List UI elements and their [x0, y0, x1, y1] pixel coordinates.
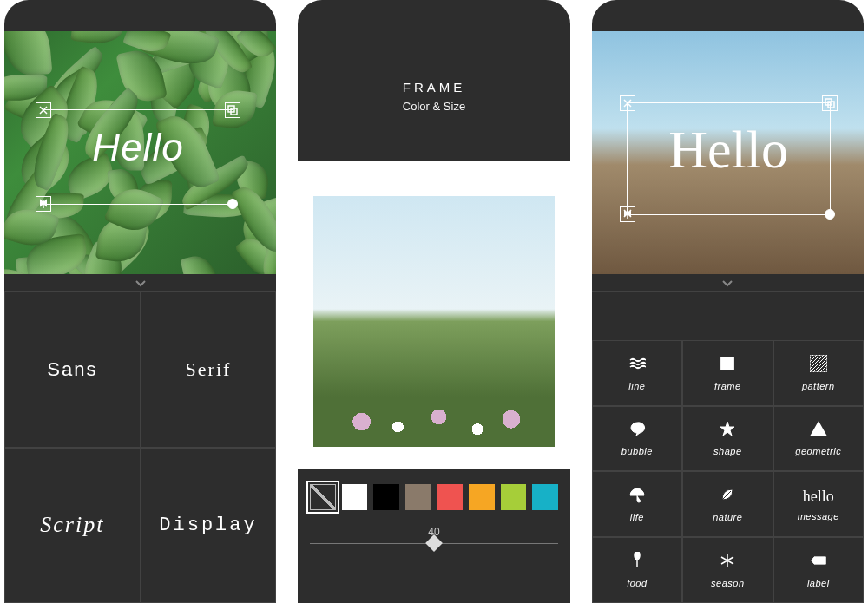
svg-rect-4 — [721, 357, 733, 370]
tool-season[interactable]: season — [682, 537, 773, 603]
font-option-sans[interactable]: Sans — [4, 292, 141, 448]
tool-label: message — [798, 511, 839, 521]
color-swatch[interactable] — [373, 484, 399, 510]
frame-controls: 40 — [298, 469, 569, 603]
pattern-icon — [810, 355, 827, 376]
tool-label: shape — [713, 446, 741, 456]
panel-subtitle: Color & Size — [403, 100, 465, 113]
image-canvas[interactable]: Hello — [4, 31, 276, 274]
triangle-icon — [810, 420, 827, 441]
tool-label: nature — [713, 512, 742, 522]
slider-track[interactable] — [310, 543, 557, 544]
font-option-script[interactable]: Script — [4, 448, 141, 604]
tool-label: label — [807, 578, 830, 588]
tool-label: food — [627, 578, 647, 588]
image-canvas[interactable] — [298, 161, 569, 469]
tool-bubble[interactable]: bubble — [592, 406, 682, 472]
snow-icon — [719, 552, 736, 573]
color-swatch[interactable] — [437, 484, 463, 510]
text-overlay[interactable]: Hello — [628, 119, 830, 180]
bubble-icon — [628, 420, 646, 441]
phone-fonts-screen: Hello Sans Serif Script Display — [4, 0, 276, 603]
waves-icon — [628, 355, 646, 376]
star-icon — [719, 420, 736, 441]
flip-icon[interactable] — [620, 206, 635, 222]
resize-icon[interactable] — [225, 102, 240, 118]
chevron-down-icon[interactable] — [592, 274, 864, 292]
tool-label[interactable]: label — [773, 537, 864, 603]
color-swatch[interactable] — [469, 484, 495, 510]
tool-food[interactable]: food — [592, 537, 682, 603]
tool-label: life — [630, 512, 644, 522]
tool-label: pattern — [802, 381, 835, 391]
tool-geometric[interactable]: geometric — [773, 406, 864, 472]
food-icon — [628, 552, 646, 573]
status-bar — [592, 0, 864, 31]
tag-icon — [810, 552, 827, 573]
rotate-handle[interactable] — [825, 209, 835, 220]
tool-line[interactable]: line — [592, 340, 682, 406]
tool-label: geometric — [795, 446, 841, 456]
status-bar — [298, 0, 569, 31]
status-bar — [4, 0, 276, 31]
chevron-down-icon[interactable] — [4, 274, 276, 292]
frame-icon — [719, 355, 736, 376]
color-swatch[interactable] — [532, 484, 558, 510]
close-icon[interactable] — [36, 102, 51, 118]
size-slider[interactable]: 40 — [310, 526, 557, 544]
tool-pattern[interactable]: pattern — [773, 340, 864, 406]
tool-message[interactable]: hellomessage — [773, 471, 864, 537]
rotate-handle[interactable] — [227, 199, 238, 209]
tool-label: season — [711, 578, 744, 588]
tool-label: bubble — [621, 446, 653, 456]
font-option-serif[interactable]: Serif — [141, 292, 277, 448]
color-swatch[interactable] — [310, 484, 336, 510]
umbrella-icon — [628, 486, 646, 507]
tool-shape[interactable]: shape — [682, 406, 773, 472]
phone-frame-screen: FRAME Color & Size 40 — [298, 0, 569, 603]
tool-grid: lineframepatternbubbleshapegeometriclife… — [592, 274, 864, 603]
text-overlay[interactable]: Hello — [43, 126, 233, 169]
text-selection-box[interactable]: Hello — [627, 102, 831, 215]
tool-label: frame — [714, 381, 741, 391]
panel-title: FRAME — [403, 80, 466, 95]
resize-icon[interactable] — [822, 95, 838, 111]
frame-panel-header: FRAME Color & Size — [298, 31, 569, 161]
leaf-icon — [719, 486, 736, 507]
color-swatch[interactable] — [342, 484, 368, 510]
message-icon: hello — [803, 488, 834, 506]
color-swatch[interactable] — [405, 484, 431, 510]
text-selection-box[interactable]: Hello — [43, 109, 233, 205]
tool-life[interactable]: life — [592, 471, 682, 537]
tool-frame[interactable]: frame — [682, 340, 773, 406]
color-swatch[interactable] — [501, 484, 527, 510]
font-option-display[interactable]: Display — [141, 448, 277, 604]
tool-nature[interactable]: nature — [682, 471, 773, 537]
flip-icon[interactable] — [36, 196, 51, 212]
close-icon[interactable] — [620, 95, 635, 111]
tool-label: line — [628, 381, 645, 391]
svg-rect-5 — [810, 355, 827, 372]
font-picker-panel: Sans Serif Script Display — [4, 274, 276, 603]
color-swatch-row — [310, 484, 557, 510]
phone-tools-screen: Hello lineframepatternbubbleshapegeometr… — [592, 0, 864, 603]
image-canvas[interactable]: Hello — [592, 31, 864, 274]
